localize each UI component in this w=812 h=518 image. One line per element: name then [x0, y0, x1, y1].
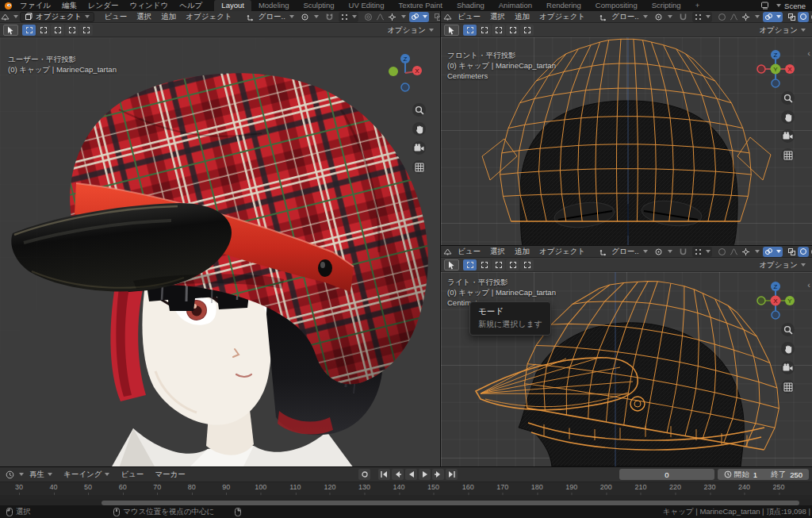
select-mode-invert-button[interactable]	[506, 259, 519, 271]
proportional-edit-icon[interactable]	[363, 12, 373, 22]
jump-to-end-button[interactable]	[446, 469, 458, 480]
select-mode-intersect-button[interactable]	[79, 25, 93, 36]
current-frame-field[interactable]: 0	[619, 469, 714, 480]
camera-icon[interactable]	[412, 141, 426, 155]
next-keyframe-button[interactable]	[432, 469, 444, 480]
menu-item--[interactable]: 再生	[24, 470, 58, 480]
menu-item--[interactable]: マーカー	[149, 470, 190, 480]
zoom-icon[interactable]	[781, 323, 795, 336]
tab-sculpting[interactable]: Sculpting	[296, 0, 341, 11]
menu-item--[interactable]: レンダー	[82, 1, 124, 10]
menu-item--[interactable]: ビュー	[115, 470, 149, 480]
transform-orientation-icon[interactable]	[246, 12, 256, 22]
tab-compositing[interactable]: Compositing	[588, 0, 645, 11]
scene-selector[interactable]: Scene	[761, 2, 812, 10]
menu-item--[interactable]: ヘルプ	[174, 1, 208, 10]
pivot-point-icon[interactable]	[653, 12, 664, 22]
tab-rendering[interactable]: Rendering	[539, 0, 588, 11]
timeline-ruler[interactable]: 3040506070809010011012013014015016017018…	[0, 482, 812, 495]
menu-item--[interactable]: 選択	[132, 12, 156, 21]
select-mode-invert-button[interactable]	[506, 25, 519, 36]
viewport-main[interactable]: オブジェクト ビュー選択追加オブジェクト グロー..	[0, 11, 440, 466]
tab--[interactable]: +	[688, 0, 707, 11]
pan-icon[interactable]	[781, 342, 795, 355]
select-mode-subtract-button[interactable]	[51, 25, 64, 36]
menu-item--[interactable]: ビュー	[99, 12, 132, 21]
tab-animation[interactable]: Animation	[492, 0, 539, 11]
snap-target-dropdown[interactable]	[339, 12, 358, 22]
overlays-toggle-icon[interactable]	[763, 247, 783, 257]
select-mode-subtract-button[interactable]	[492, 25, 505, 36]
timeline-editor-type-icon[interactable]	[5, 470, 15, 480]
select-mode-extend-button[interactable]	[477, 25, 491, 36]
menu-item--[interactable]: ウィンドウ	[124, 1, 174, 10]
select-mode-new-button[interactable]	[463, 259, 477, 271]
zoom-icon[interactable]	[781, 91, 795, 105]
options-dropdown[interactable]: オプション	[387, 25, 437, 36]
editor-type-icon[interactable]	[443, 12, 452, 22]
select-mode-extend-button[interactable]	[36, 25, 50, 36]
editor-type-icon[interactable]	[443, 247, 452, 257]
grid-icon[interactable]	[412, 160, 426, 174]
viewport-divider-horizontal[interactable]	[441, 245, 812, 246]
shading-solid-button[interactable]	[809, 247, 812, 257]
gizmos-toggle-icon[interactable]	[741, 12, 751, 22]
select-box-tool-button[interactable]	[3, 25, 18, 36]
shading-wireframe-button[interactable]	[798, 12, 809, 22]
menu-item--[interactable]: ファイル	[14, 1, 56, 10]
tab-uv-editing[interactable]: UV Editing	[342, 0, 392, 11]
play-button[interactable]	[419, 469, 431, 480]
frame-range-fields[interactable]: 開始1 終了250	[718, 469, 809, 480]
nav-gizmo-front[interactable]: Z X Y	[753, 47, 798, 91]
editor-type-icon[interactable]	[1, 12, 10, 22]
xray-toggle-icon[interactable]	[433, 12, 440, 22]
grid-icon[interactable]	[781, 148, 795, 162]
pivot-point-icon[interactable]	[653, 247, 664, 257]
auto-keying-button[interactable]	[358, 469, 370, 480]
jump-to-start-button[interactable]	[378, 469, 390, 480]
select-mode-subtract-button[interactable]	[492, 259, 505, 271]
tab-layout[interactable]: Layout	[214, 0, 251, 11]
menu-item--[interactable]: オブジェクト	[534, 12, 590, 21]
transform-orientation-icon[interactable]	[599, 12, 609, 22]
select-mode-new-button[interactable]	[463, 25, 477, 36]
select-box-tool-button[interactable]	[444, 259, 459, 271]
snap-magnet-icon[interactable]	[678, 12, 688, 22]
grid-icon[interactable]	[781, 380, 795, 393]
tab-modeling[interactable]: Modeling	[251, 0, 297, 11]
play-reverse-button[interactable]	[405, 469, 417, 480]
snap-target-dropdown[interactable]	[692, 12, 712, 22]
menu-item--[interactable]: ビュー	[453, 247, 485, 255]
menu-item--[interactable]: 選択	[485, 247, 510, 255]
options-dropdown[interactable]: オプション	[759, 25, 809, 36]
viewport-side-content[interactable]: ライト・平行投影(0) キャップ | MarineCap_tartanCenti…	[441, 272, 812, 466]
snap-target-dropdown[interactable]	[692, 247, 712, 257]
viewport-divider-vertical[interactable]	[440, 11, 441, 466]
mode-dropdown[interactable]: オブジェクト	[20, 12, 94, 22]
menu-item--[interactable]: オブジェクト	[534, 247, 590, 255]
pan-icon[interactable]	[781, 110, 795, 124]
prev-keyframe-button[interactable]	[392, 469, 404, 480]
tab-texture-paint[interactable]: Texture Paint	[391, 0, 449, 11]
scrollbar-handle[interactable]	[102, 501, 799, 505]
snap-magnet-icon[interactable]	[678, 247, 688, 257]
tab-scripting[interactable]: Scripting	[645, 0, 688, 11]
gizmos-toggle-icon[interactable]	[387, 12, 397, 22]
blender-logo-icon[interactable]	[3, 1, 13, 11]
select-mode-intersect-button[interactable]	[520, 25, 534, 36]
menu-item--[interactable]: ビュー	[453, 12, 485, 21]
menu-item--[interactable]: 追加	[510, 247, 534, 255]
nav-gizmo-main[interactable]: Z X	[388, 52, 423, 97]
viewport-main-content[interactable]: ユーザー・平行投影(0) キャップ | MarineCap_tartan	[0, 38, 440, 466]
camera-icon[interactable]	[781, 361, 795, 374]
snap-magnet-icon[interactable]	[324, 12, 335, 22]
shading-solid-button[interactable]	[809, 12, 812, 22]
zoom-icon[interactable]	[412, 103, 426, 117]
overlays-toggle-icon[interactable]	[763, 12, 783, 22]
orientation-label[interactable]: グロー..	[259, 12, 285, 22]
select-mode-invert-button[interactable]	[65, 25, 79, 36]
menu-item--[interactable]: オブジェクト	[181, 12, 236, 21]
select-mode-intersect-button[interactable]	[520, 259, 534, 271]
menu-item--[interactable]: 選択	[485, 12, 510, 21]
orientation-label[interactable]: グロー..	[611, 12, 638, 22]
